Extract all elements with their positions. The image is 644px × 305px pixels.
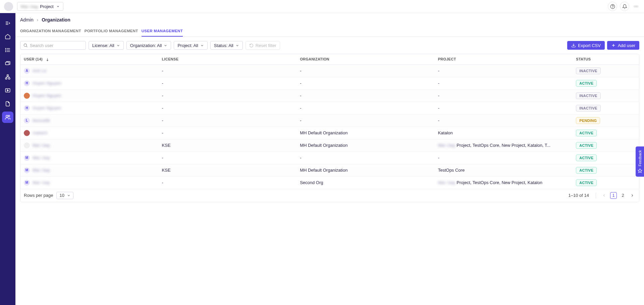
sidebar-item-user-management[interactable]	[2, 112, 13, 123]
svg-rect-13	[5, 78, 7, 79]
chevron-down-icon	[164, 44, 167, 47]
row-avatar: M	[24, 167, 30, 173]
row-project-prefix: Mai i bay	[438, 143, 455, 148]
table-row[interactable]: maleich-MH Default OrganizationKatalonAC…	[20, 127, 639, 139]
sidebar-item-list[interactable]	[2, 44, 13, 56]
col-header-project[interactable]: PROJECT	[435, 54, 573, 64]
row-license: -	[159, 127, 297, 139]
chevron-left-icon	[602, 193, 606, 198]
sidebar-item-home[interactable]	[2, 31, 13, 42]
status-badge: INACTIVE	[576, 68, 601, 74]
svg-point-1	[612, 7, 613, 8]
row-project: Mai i bay Project, TestOps Core, New Pro…	[435, 139, 573, 151]
chevron-down-icon	[67, 194, 70, 197]
row-project-text: TestOps Core	[438, 168, 465, 173]
filter-project[interactable]: Project: All	[174, 41, 207, 50]
plus-icon	[611, 43, 616, 48]
svg-point-19	[24, 44, 26, 46]
sidebar-item-hierarchy[interactable]	[2, 71, 13, 83]
row-project: TestOps Core	[435, 164, 573, 176]
user-table: USER (14) LICENSE ORGANIZATION PROJECT S…	[20, 54, 639, 202]
export-csv-button[interactable]: Export CSV	[567, 41, 605, 50]
rows-per-page-value: 10	[59, 193, 64, 198]
chevron-down-icon	[200, 44, 204, 47]
help-icon	[610, 4, 615, 9]
filter-organization[interactable]: Organization: All	[126, 41, 171, 50]
row-project: -	[435, 151, 573, 164]
filter-license-label: License: All	[92, 43, 114, 48]
tab-portfolio-management[interactable]: PORTFOLIO MANAGEMENT	[85, 26, 138, 37]
row-license: KSE	[159, 139, 297, 151]
tab-organization-management[interactable]: ORGANIZATION MANAGEMENT	[20, 26, 81, 37]
row-organization: -	[297, 64, 435, 77]
filter-status[interactable]: Status: All	[210, 41, 243, 50]
sidebar-item-document[interactable]	[2, 98, 13, 110]
sidebar-item-folders[interactable]	[2, 58, 13, 69]
next-page-button[interactable]	[629, 192, 636, 199]
bell-icon	[622, 4, 627, 9]
table-row[interactable]: AAnh Le---INACTIVE	[20, 64, 639, 77]
sidebar-item-media[interactable]	[2, 85, 13, 96]
svg-rect-12	[7, 75, 9, 76]
tab-user-management[interactable]: USER MANAGEMENT	[142, 26, 183, 37]
row-avatar	[24, 130, 30, 136]
top-header: Mai i bay Project •••	[0, 0, 644, 13]
filter-license[interactable]: License: All	[89, 41, 124, 50]
app-menu-button[interactable]: •••	[632, 2, 640, 11]
row-organization: MH Default Organization	[297, 127, 435, 139]
row-organization: Second Org	[297, 176, 435, 189]
row-project-text: -	[438, 81, 439, 86]
panel-right-icon	[5, 20, 11, 26]
sidebar-item-expand[interactable]	[2, 17, 13, 29]
svg-point-9	[5, 50, 6, 50]
row-avatar	[24, 93, 30, 99]
table-row[interactable]: HHuyen Nguyen---ACTIVE	[20, 77, 639, 89]
row-license: -	[159, 89, 297, 102]
page-2[interactable]: 2	[620, 192, 626, 199]
row-user-name: Mai i bay	[33, 155, 50, 160]
status-badge: INACTIVE	[576, 105, 601, 112]
users-icon	[5, 114, 11, 120]
table-row[interactable]: Lleovuottk---PENDING	[20, 114, 639, 127]
row-license: -	[159, 114, 297, 127]
breadcrumb-parent[interactable]: Admin	[20, 17, 34, 23]
row-license: -	[159, 64, 297, 77]
col-header-user[interactable]: USER (14)	[20, 54, 159, 64]
svg-line-20	[26, 46, 28, 47]
page-header: Admin › Organization	[15, 13, 644, 26]
table-row[interactable]: MMai i bay-Second OrgMai i bay Project, …	[20, 176, 639, 189]
feedback-label: Feedback	[638, 150, 642, 166]
table-row[interactable]: HHuyen Nguyen---INACTIVE	[20, 102, 639, 114]
search-box[interactable]	[20, 41, 86, 50]
page-1[interactable]: 1	[610, 192, 617, 199]
row-avatar: H	[24, 80, 30, 86]
add-user-button[interactable]: Add user	[607, 41, 639, 50]
row-license: -	[159, 176, 297, 189]
status-badge: ACTIVE	[576, 167, 597, 174]
row-organization: -	[297, 77, 435, 89]
export-csv-label: Export CSV	[578, 43, 601, 48]
project-selector[interactable]: Mai i bay Project	[17, 2, 63, 11]
col-header-organization[interactable]: ORGANIZATION	[297, 54, 435, 64]
project-label: Project	[40, 4, 53, 9]
table-row[interactable]: MMai i bay---ACTIVE	[20, 151, 639, 164]
user-avatar-top[interactable]	[4, 2, 13, 11]
feedback-tab[interactable]: Feedback	[636, 146, 644, 177]
table-row[interactable]: MMai i bayKSEMH Default OrganizationTest…	[20, 164, 639, 176]
table-row[interactable]: Huyen Nguyen---INACTIVE	[20, 89, 639, 102]
list-icon	[5, 47, 11, 53]
table-row[interactable]: Mai i bayKSEMH Default OrganizationMai i…	[20, 139, 639, 151]
col-header-status[interactable]: STATUS	[573, 54, 639, 64]
status-badge: ACTIVE	[576, 179, 597, 186]
chevron-right-icon	[630, 193, 634, 198]
sort-desc-icon	[46, 58, 49, 61]
col-header-license[interactable]: LICENSE	[159, 54, 297, 64]
search-input[interactable]	[30, 43, 83, 48]
rows-per-page-select[interactable]: 10	[56, 192, 73, 199]
row-project-text: Katalon	[438, 130, 453, 135]
status-badge: ACTIVE	[576, 142, 597, 149]
notifications-button[interactable]	[620, 2, 629, 11]
pager: 1 2	[594, 192, 636, 199]
row-organization: -	[297, 114, 435, 127]
help-button[interactable]	[608, 2, 617, 11]
